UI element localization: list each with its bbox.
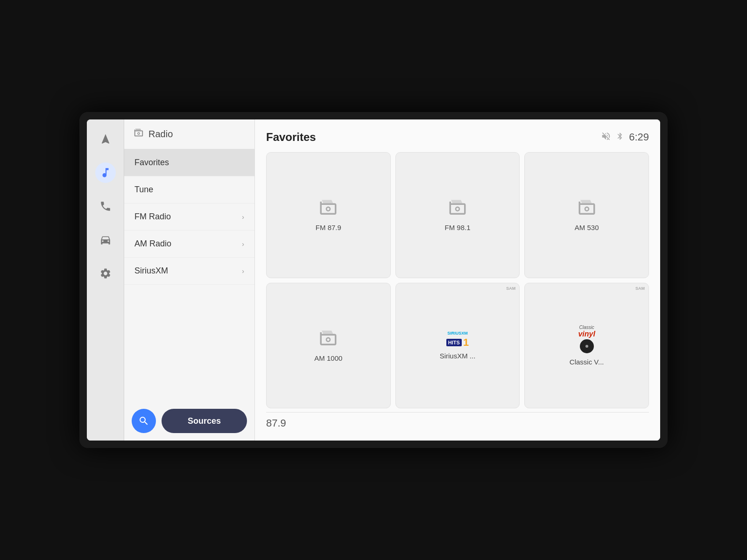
sidebar-item-car[interactable] <box>95 230 116 250</box>
fav-tile-fm879-label: FM 87.9 <box>316 224 341 231</box>
status-bar: 6:29 <box>601 131 649 144</box>
fav-tile-am1000[interactable]: AM 1000 <box>266 283 391 409</box>
menu-item-tune[interactable]: Tune <box>124 176 254 203</box>
fm-radio-arrow-icon: › <box>242 213 244 221</box>
sources-button[interactable]: Sources <box>162 409 247 433</box>
fav-tile-classic-vinyl[interactable]: SAM Classic vinyl Classic V... <box>524 283 649 409</box>
menu-bottom: Sources <box>124 401 254 441</box>
fav-tile-am530-label: AM 530 <box>575 224 599 231</box>
favorites-grid: FM 87.9 FM 98.1 AM 530 <box>266 152 649 408</box>
current-frequency-display: 87.9 <box>266 412 649 429</box>
fav-tile-fm981-label: FM 98.1 <box>444 224 470 231</box>
classic-badge: SAM <box>635 286 645 291</box>
fav-tile-fm981[interactable]: FM 98.1 <box>395 152 520 278</box>
radio-tile-icon-am1000 <box>318 329 338 350</box>
fav-tile-siriusxm-hits[interactable]: SAM SIRIUSXM HITS 1 SiriusXM ... <box>395 283 520 409</box>
radio-header-icon <box>134 128 144 140</box>
sidebar-item-phone[interactable] <box>95 196 116 217</box>
sidebar-item-music[interactable] <box>95 162 116 183</box>
current-frequency-value: 87.9 <box>266 417 286 429</box>
search-button[interactable] <box>132 409 156 433</box>
radio-tile-icon-am530 <box>577 198 597 220</box>
radio-tile-icon-fm981 <box>448 198 467 220</box>
bluetooth-icon <box>616 132 624 143</box>
siriusxm-logo: SIRIUSXM HITS 1 <box>446 331 469 348</box>
fav-tile-siriusxm-label: SiriusXM ... <box>440 352 476 360</box>
radio-tile-icon-fm879 <box>318 198 338 220</box>
favorites-title: Favorites <box>266 131 316 144</box>
main-header: Favorites 6:29 <box>266 131 649 144</box>
menu-item-am-radio-label: AM Radio <box>134 239 171 249</box>
screen: Radio Favorites Tune FM Radio › AM Radio… <box>87 119 660 441</box>
fav-tile-am530[interactable]: AM 530 <box>524 152 649 278</box>
classic-vinyl-logo: Classic vinyl <box>578 325 595 354</box>
menu-title: Radio <box>148 129 173 140</box>
menu-item-siriusxm-label: SiriusXM <box>134 266 168 276</box>
menu-item-siriusxm[interactable]: SiriusXM › <box>124 258 254 285</box>
menu-items-list: Favorites Tune FM Radio › AM Radio › Sir… <box>124 149 254 401</box>
main-content: Favorites 6:29 FM 87.9 <box>255 119 660 441</box>
fav-tile-am1000-label: AM 1000 <box>314 354 342 362</box>
menu-item-tune-label: Tune <box>134 185 153 195</box>
menu-item-fm-radio-label: FM Radio <box>134 212 171 222</box>
menu-panel: Radio Favorites Tune FM Radio › AM Radio… <box>124 119 255 441</box>
sirius-badge: SAM <box>506 286 515 291</box>
menu-item-fm-radio[interactable]: FM Radio › <box>124 203 254 231</box>
mute-icon <box>601 131 611 144</box>
sidebar-item-navigation[interactable] <box>95 129 116 149</box>
clock-display: 6:29 <box>629 131 649 143</box>
fav-tile-fm879[interactable]: FM 87.9 <box>266 152 391 278</box>
siriusxm-arrow-icon: › <box>242 267 244 275</box>
menu-header: Radio <box>124 119 254 149</box>
sidebar-item-settings[interactable] <box>95 263 116 284</box>
am-radio-arrow-icon: › <box>242 240 244 248</box>
screen-bezel: Radio Favorites Tune FM Radio › AM Radio… <box>79 112 668 448</box>
sidebar <box>87 119 124 441</box>
menu-item-favorites-label: Favorites <box>134 158 169 168</box>
fav-tile-classic-vinyl-label: Classic V... <box>570 358 604 366</box>
menu-item-am-radio[interactable]: AM Radio › <box>124 231 254 258</box>
menu-item-favorites[interactable]: Favorites <box>124 149 254 176</box>
